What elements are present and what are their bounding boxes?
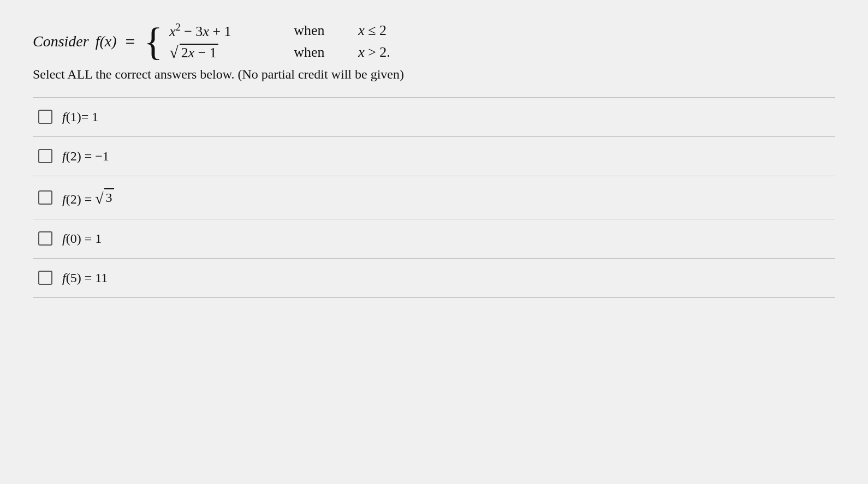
expr-1: x2 − 3x + 1 [169,22,278,40]
sqrt-symbol: √ [169,43,178,62]
question-block: Consider f(x) = { x2 − 3x + 1 when x ≤ 2 [33,22,835,82]
checkbox-3[interactable] [38,190,52,205]
checkbox-5[interactable] [38,271,52,285]
sqrt-inline-3: √ 3 [95,188,114,206]
when-1: when [294,22,343,39]
sqrt-expr: √ 2x − 1 [169,43,218,62]
condition-1: x ≤ 2 [358,22,387,39]
when-2: when [294,44,343,61]
equals-sign: = [126,32,135,52]
option-4: f(0) = 1 [33,219,835,259]
checkbox-1[interactable] [38,110,52,124]
instructions: Select ALL the correct answers below. (N… [33,67,835,82]
big-brace: { [144,22,163,61]
consider-prefix: Consider [33,33,89,50]
sqrt-content: 2x − 1 [180,44,218,61]
piecewise-rows: x2 − 3x + 1 when x ≤ 2 √ 2x − 1 [169,22,390,62]
expr-2: √ 2x − 1 [169,43,278,62]
option-4-label: f(0) = 1 [62,231,102,246]
option-3-label: f(2) = √ 3 [62,188,114,207]
answer-options: f(1)= 1 f(2) = −1 f(2) = √ 3 f(0) = 1 [33,97,835,298]
function-label: f(x) [96,33,117,50]
piecewise-row-2: √ 2x − 1 when x > 2. [169,43,390,62]
radicand-3: 3 [104,188,114,206]
option-1: f(1)= 1 [33,97,835,137]
consider-line: Consider f(x) = { x2 − 3x + 1 when x ≤ 2 [33,22,835,62]
option-2-label: f(2) = −1 [62,149,109,164]
page: Consider f(x) = { x2 − 3x + 1 when x ≤ 2 [0,0,868,484]
radical-3: √ [95,191,103,206]
brace-container: { x2 − 3x + 1 when x ≤ 2 √ [144,22,390,62]
option-5-label: f(5) = 11 [62,271,108,285]
piecewise-row-1: x2 − 3x + 1 when x ≤ 2 [169,22,390,40]
checkbox-2[interactable] [38,149,52,163]
option-2: f(2) = −1 [33,137,835,176]
option-3: f(2) = √ 3 [33,176,835,219]
condition-2: x > 2. [358,44,390,61]
checkbox-4[interactable] [38,231,52,246]
option-1-label: f(1)= 1 [62,110,98,124]
option-5: f(5) = 11 [33,259,835,298]
